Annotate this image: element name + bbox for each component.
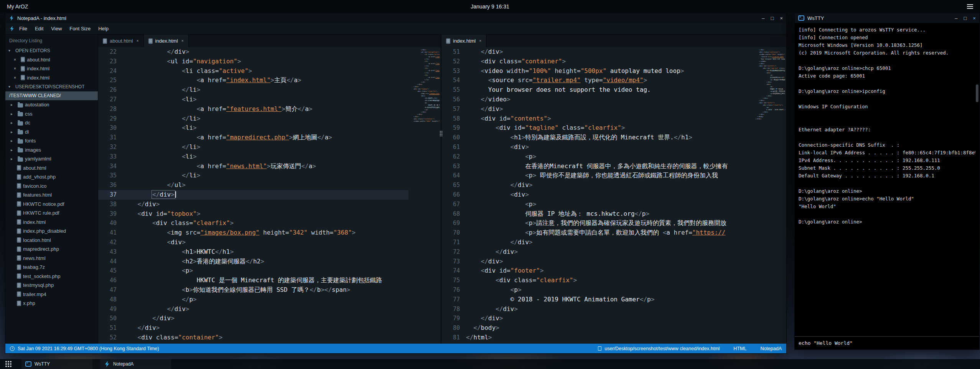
right-code[interactable]: 51 </div>52 <div class="container">53 <v… [441, 47, 754, 344]
start-button[interactable] [2, 359, 14, 369]
code-line[interactable]: 48 </p> [98, 295, 408, 304]
code-line[interactable]: 26 </li> [98, 85, 408, 95]
right-minimap[interactable]: </div> <div class="container"> <video wi… [754, 47, 786, 344]
code-line[interactable]: 81</html> [441, 333, 754, 343]
code-line[interactable]: 67 <p> [441, 200, 754, 209]
tree-file[interactable]: index.html [5, 218, 98, 227]
code-line[interactable]: 44 <h2>香港的建築伺服器</h2> [98, 257, 408, 266]
tree-folder[interactable]: ▸images [5, 146, 98, 155]
open-editor-item[interactable]: ×index.html [5, 64, 98, 73]
tree-folder[interactable]: ▸css [5, 109, 98, 119]
code-line[interactable]: 74 <div id="footer"> [441, 266, 754, 276]
code-line[interactable]: 33 <li> [98, 152, 408, 162]
terminal-input[interactable]: echo "Hello World" [795, 336, 979, 349]
host-name[interactable]: My ArOZ [7, 3, 28, 10]
minimize-icon[interactable]: – [955, 16, 957, 21]
taskbar-item-notepada[interactable]: NotepadA [100, 359, 171, 369]
code-line[interactable]: 40 <div class="clearfix"> [98, 218, 408, 228]
code-line[interactable]: 42 <div> [98, 238, 408, 247]
code-line[interactable]: 66 <div> [441, 190, 754, 200]
close-icon[interactable]: × [14, 58, 19, 62]
code-line[interactable]: 62 <p> [441, 152, 754, 162]
code-line[interactable]: 25 <a href="index.html">主頁</a> [98, 76, 408, 85]
right-code-area[interactable]: 51 </div>52 <div class="container">53 <v… [441, 47, 786, 344]
open-editor-item[interactable]: ×about.html [5, 55, 98, 65]
code-line[interactable]: 61 <div> [441, 142, 754, 152]
code-line[interactable]: 80 </body> [441, 323, 754, 333]
code-line[interactable]: 51 </div> [441, 47, 754, 57]
tree-folder[interactable]: ▸dc [5, 118, 98, 127]
menu-icon[interactable] [967, 4, 973, 9]
code-line[interactable]: 36 </ul> [98, 180, 408, 190]
code-line[interactable]: 56 </video> [441, 95, 754, 104]
code-line[interactable]: 34 <a href="news.html">玩家傳送門</a> [98, 162, 408, 171]
code-line[interactable]: 46 HKWTC 是一個 Minecraft 的建築伺服器，主要建築計劃包括鐵路 [98, 276, 408, 285]
left-code-area[interactable]: 22 </div>23 <ul id="navigation">24 <li c… [98, 47, 441, 344]
editor-tab[interactable]: index.html× [441, 35, 486, 47]
code-line[interactable]: 63 在香港的Minecraft 伺服器中，多為小遊戲和純生存的伺服器，較少擁有 [441, 162, 754, 171]
tree-file[interactable]: HKWTC rule.pdf [5, 208, 98, 218]
code-line[interactable]: 58 <div id="contents"> [441, 114, 754, 124]
code-line[interactable]: 49 </div> [98, 304, 408, 314]
tree-file[interactable]: trailer.mp4 [5, 290, 98, 299]
wstty-titlebar[interactable]: WsTTY – □ × [795, 13, 979, 23]
editor-tab[interactable]: about.html× [98, 35, 144, 47]
maximize-icon[interactable]: □ [771, 16, 774, 21]
code-line[interactable]: 72 </div> [441, 247, 754, 257]
code-line[interactable]: 38 </div> [98, 200, 408, 209]
menu-edit[interactable]: Edit [31, 24, 47, 33]
code-line[interactable]: 24 <li class="active"> [98, 66, 408, 76]
code-line[interactable]: 31 <a href="mapredirect.php">網上地圖</a> [98, 133, 408, 142]
tree-file[interactable]: mapredirect.php [5, 245, 98, 254]
tree-file[interactable]: HKWTC notice.pdf [5, 200, 98, 209]
code-line[interactable]: 73 </div> [441, 257, 754, 266]
code-line[interactable]: 57 </div> [441, 104, 754, 114]
tree-file[interactable]: location.html [5, 236, 98, 245]
tree-file[interactable]: testmysql.php [5, 281, 98, 290]
maximize-icon[interactable]: □ [964, 16, 967, 21]
code-line[interactable]: 27 <li> [98, 95, 408, 104]
statusbar-language-mode[interactable]: HTML [733, 346, 746, 351]
root-folder-node-line2[interactable]: /TEST/WWW CLEANED/ [5, 91, 98, 101]
statusbar-filepath[interactable]: user/Desktop/screenshot/test/www cleaned… [604, 346, 720, 351]
code-line[interactable]: 55 Your browser does not support the vid… [441, 85, 754, 95]
code-line[interactable]: 52 <div class="container"> [98, 333, 408, 343]
code-line[interactable]: 50 </div> [98, 314, 408, 323]
code-line[interactable]: 69 <p>請注意，我們的伺服器為確保玩家及遊玩時的質素，我們對的服務開放 [441, 218, 754, 228]
open-editors-section[interactable]: ▾ OPEN EDITORS [5, 46, 98, 55]
menu-view[interactable]: View [47, 24, 66, 33]
code-line[interactable]: 29 </li> [98, 114, 408, 124]
close-icon[interactable]: × [14, 66, 19, 71]
code-line[interactable]: 68 伺服器 IP 地址為： mcs.hkwtc.org</p> [441, 209, 754, 219]
tree-file[interactable]: test_sockets.php [5, 272, 98, 281]
terminal-scrollbar[interactable] [976, 84, 978, 102]
code-line[interactable]: 28 <a href="features.html">簡介</a> [98, 104, 408, 114]
left-minimap[interactable]: </div> <ul id="navigation"> <li class="a… [408, 47, 441, 344]
code-line[interactable]: 53 <video width="100%" height="500px" au… [98, 343, 408, 344]
code-line[interactable]: 47 <b>你知道我們全線伺服器已轉用 SSD 了嗎？</b></span> [98, 285, 408, 295]
close-tab-icon[interactable]: × [181, 39, 184, 43]
root-folder-node[interactable]: ▾ USER/DESKTOP/SCREENSHOT [5, 82, 98, 91]
code-line[interactable]: 60 <h1>特別為建築及鐵路而設，現代化的 Minecraft 世界.</h1… [441, 133, 754, 142]
code-line[interactable]: 70 <p>如有問題或需要申請白名單，歡迎加入我們的 <a href="http… [441, 228, 754, 238]
tree-file[interactable]: teabag.7z [5, 263, 98, 272]
notepad-titlebar[interactable]: NotepadA - index.html – □ × [5, 13, 786, 23]
tree-file[interactable]: about.html [5, 164, 98, 173]
code-line[interactable]: 39 <div id="topbox"> [98, 209, 408, 219]
tree-file[interactable]: x.php [5, 299, 98, 308]
tree-file[interactable]: features.html [5, 190, 98, 200]
left-code[interactable]: 22 </div>23 <ul id="navigation">24 <li c… [98, 47, 408, 344]
menu-font-size[interactable]: Font Size [66, 24, 94, 33]
code-line[interactable]: 79 </div> [441, 314, 754, 323]
code-line[interactable]: 32 </li> [98, 142, 408, 152]
close-tab-icon[interactable]: × [479, 39, 481, 43]
tree-file[interactable]: index.php_disabled [5, 227, 98, 236]
close-icon[interactable]: × [780, 16, 783, 21]
code-line[interactable]: 52 <div class="container"> [441, 57, 754, 66]
code-line[interactable]: 77 © 2018 - 2019 HKWTC Animation Gamer</… [441, 295, 754, 304]
tree-folder[interactable]: ▸yamlyamlml [5, 154, 98, 164]
menu-help[interactable]: Help [94, 24, 112, 33]
close-icon[interactable]: × [14, 76, 19, 80]
minimize-icon[interactable]: – [762, 16, 764, 21]
code-line[interactable]: 41 <img src="images/box.png" height="342… [98, 228, 408, 238]
